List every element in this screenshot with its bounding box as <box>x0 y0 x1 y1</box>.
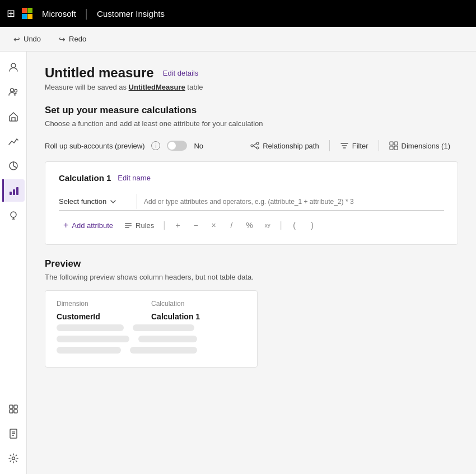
col-value-calculation: Calculation 1 <box>151 312 246 321</box>
op-multiply[interactable]: × <box>206 217 221 233</box>
op-plus[interactable]: + <box>170 217 185 233</box>
rollup-label: Roll up sub-accounts (preview) <box>45 142 144 150</box>
svg-rect-20 <box>390 142 393 145</box>
rules-button[interactable]: Rules <box>120 219 158 232</box>
skeleton-bar <box>57 347 121 354</box>
sidebar-item-home[interactable] <box>2 105 25 128</box>
toggle-no-label: No <box>194 142 203 150</box>
calc-input-row: Select function <box>59 194 444 211</box>
op-open-paren[interactable]: ( <box>287 217 302 233</box>
svg-rect-26 <box>125 227 129 228</box>
op-percent[interactable]: % <box>241 217 257 233</box>
main-content: Untitled measure Edit details Measure wi… <box>27 52 476 474</box>
op-divide[interactable]: / <box>223 217 239 233</box>
sidebar-item-data[interactable] <box>2 398 25 420</box>
topbar-divider: | <box>85 7 88 20</box>
edit-details-link[interactable]: Edit details <box>163 69 199 77</box>
toolbar: ↩ Undo ↪ Redo <box>0 27 476 52</box>
sidebar-item-analytics[interactable] <box>2 130 25 152</box>
svg-point-18 <box>256 142 259 145</box>
app-name: Microsoft <box>42 9 76 18</box>
sidebar-item-insights[interactable] <box>2 204 25 226</box>
svg-rect-22 <box>390 146 393 150</box>
redo-icon: ↪ <box>59 35 66 44</box>
toolbar-sep-2: | <box>279 220 282 230</box>
plus-icon: + <box>63 220 68 230</box>
svg-rect-11 <box>14 410 17 413</box>
rollup-toggle[interactable] <box>167 141 187 151</box>
op-minus[interactable]: − <box>188 217 203 233</box>
svg-rect-5 <box>13 189 15 195</box>
skeleton-bar <box>138 336 197 342</box>
waffle-icon[interactable]: ⊞ <box>7 7 15 20</box>
svg-point-7 <box>11 212 16 217</box>
microsoft-logo <box>22 8 33 19</box>
op-power[interactable]: xy <box>259 217 275 233</box>
calc-title: Calculation 1 <box>59 173 111 183</box>
sidebar-item-settings[interactable] <box>2 447 25 470</box>
dimensions-button[interactable]: Dimensions (1) <box>381 139 458 152</box>
sidebar-item-reports[interactable] <box>2 422 25 445</box>
svg-point-17 <box>251 145 253 147</box>
col-header-calculation: Calculation <box>151 300 246 308</box>
rollup-separator <box>329 140 330 151</box>
svg-point-2 <box>14 90 17 92</box>
preview-table-card: Dimension Calculation CustomerId Calcula… <box>45 290 258 368</box>
toolbar-sep-1: | <box>163 220 165 230</box>
section-heading: Set up your measure calculations <box>45 105 458 116</box>
rollup-actions: Relationship path Filter Dimensions (1) <box>242 139 458 152</box>
svg-rect-6 <box>16 187 18 195</box>
svg-rect-21 <box>394 142 398 145</box>
rules-icon <box>124 221 132 229</box>
op-close-paren[interactable]: ) <box>305 217 320 233</box>
rollup-row: Roll up sub-accounts (preview) i No Rela… <box>45 139 458 152</box>
svg-rect-8 <box>10 405 13 408</box>
toggle-knob <box>168 142 176 150</box>
page-subtitle: Measure will be saved as UntitledMeasure… <box>45 83 458 91</box>
skeleton-row-2 <box>57 336 246 342</box>
formula-input[interactable] <box>137 194 444 209</box>
calculation-card: Calculation 1 Edit name Select function … <box>45 161 458 245</box>
skeleton-row-3 <box>57 347 246 354</box>
relationship-path-button[interactable]: Relationship path <box>242 139 326 152</box>
module-name: Customer Insights <box>97 9 165 18</box>
sidebar-item-people[interactable] <box>2 56 25 78</box>
preview-col-headers: Dimension Calculation <box>57 300 246 308</box>
chevron-down-icon <box>110 198 116 205</box>
redo-button[interactable]: ↪ Redo <box>54 32 91 46</box>
sidebar <box>0 52 27 474</box>
skeleton-bar <box>57 324 124 331</box>
svg-rect-10 <box>10 410 13 413</box>
main-layout: Untitled measure Edit details Measure wi… <box>0 52 476 474</box>
preview-col-values: CustomerId Calculation 1 <box>57 312 246 321</box>
svg-point-16 <box>12 457 15 460</box>
info-icon[interactable]: i <box>151 141 160 150</box>
undo-button[interactable]: ↩ Undo <box>9 32 45 46</box>
skeleton-bar <box>133 324 194 331</box>
svg-rect-24 <box>125 223 132 224</box>
sidebar-item-measures[interactable] <box>2 179 25 202</box>
topbar: ⊞ Microsoft | Customer Insights <box>0 0 476 27</box>
sidebar-item-contacts[interactable] <box>2 81 25 103</box>
add-attribute-button[interactable]: + Add attribute <box>59 218 118 233</box>
measure-table-name: UntitledMeasure <box>129 83 185 91</box>
undo-icon: ↩ <box>13 35 20 44</box>
page-title-row: Untitled measure Edit details <box>45 65 458 81</box>
relationship-path-icon <box>250 141 259 150</box>
select-function-dropdown[interactable]: Select function <box>59 194 137 209</box>
col-header-dimension: Dimension <box>57 300 151 308</box>
sidebar-item-segments[interactable] <box>2 155 25 177</box>
svg-rect-23 <box>394 146 398 150</box>
rollup-separator-2 <box>379 140 379 151</box>
skeleton-bar <box>130 347 197 354</box>
skeleton-bar <box>57 336 129 342</box>
svg-rect-4 <box>10 192 12 195</box>
svg-point-0 <box>11 63 16 68</box>
calc-header: Calculation 1 Edit name <box>59 173 444 183</box>
svg-rect-25 <box>125 225 132 226</box>
filter-button[interactable]: Filter <box>332 139 376 152</box>
preview-subtext: The following preview shows column heade… <box>45 273 458 281</box>
section-subtext: Choose a function and add at least one a… <box>45 119 458 128</box>
skeleton-row-1 <box>57 324 246 331</box>
edit-name-link[interactable]: Edit name <box>118 174 151 182</box>
